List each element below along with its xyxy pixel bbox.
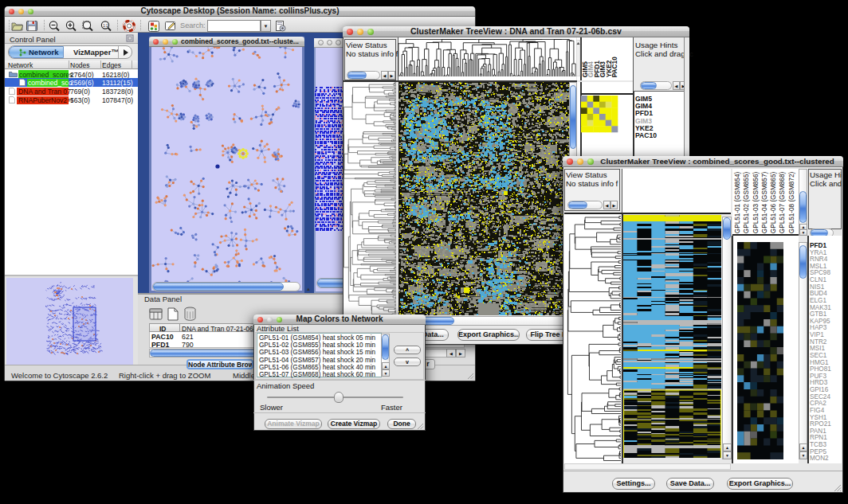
svg-text:1:1: 1:1: [103, 24, 108, 28]
